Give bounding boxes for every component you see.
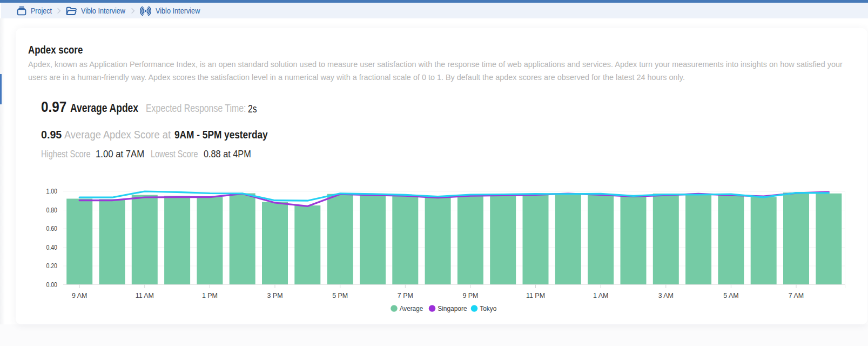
svg-text:1.00: 1.00 [46,188,57,195]
svg-text:0.00: 0.00 [46,281,57,289]
svg-text:9 PM: 9 PM [462,291,478,300]
svg-text:7 AM: 7 AM [789,291,804,300]
svg-text:Singapore: Singapore [438,304,467,312]
svg-text:0.60: 0.60 [46,225,57,232]
svg-text:11 AM: 11 AM [136,291,154,300]
svg-text:3 AM: 3 AM [658,291,674,300]
svg-text:9 AM: 9 AM [72,291,87,300]
svg-text:5 PM: 5 PM [332,291,348,300]
svg-text:11 PM: 11 PM [526,291,545,300]
svg-text:Tokyo: Tokyo [480,304,496,312]
svg-text:0.80: 0.80 [46,207,57,214]
svg-text:7 PM: 7 PM [398,291,413,300]
svg-text:3 PM: 3 PM [267,291,283,300]
svg-text:1 PM: 1 PM [202,291,218,300]
svg-text:Average: Average [400,304,423,312]
svg-text:1 AM: 1 AM [593,291,608,300]
svg-text:5 AM: 5 AM [723,291,738,300]
svg-text:0.20: 0.20 [46,262,57,270]
svg-text:0.40: 0.40 [46,244,57,251]
